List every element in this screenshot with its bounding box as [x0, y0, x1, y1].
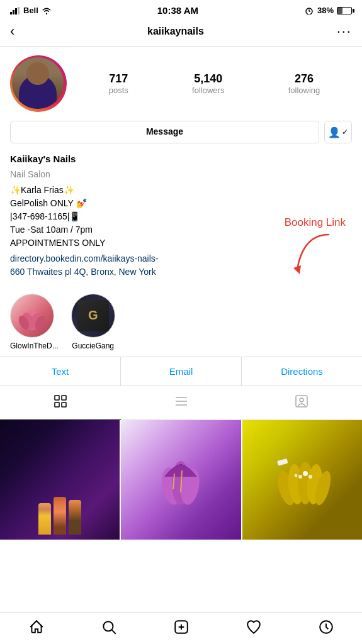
stat-following: 276 following — [288, 72, 320, 95]
contact-tabs: Text Email Directions — [0, 357, 362, 386]
bio-line3: |347-698-1165|📱 — [10, 210, 352, 223]
followers-label: followers — [192, 86, 224, 95]
directions-tab[interactable]: Directions — [242, 357, 362, 386]
svg-rect-14 — [62, 396, 66, 400]
bio-line2: GelPolish ONLY 💅 — [10, 197, 352, 210]
stats-row: 717 posts 5,140 followers 276 following — [77, 72, 352, 95]
svg-line-38 — [111, 630, 115, 634]
bio-category: Nail Salon — [10, 168, 352, 181]
gucci-icon: G — [77, 300, 109, 331]
follow-button[interactable]: 👤 ✓ — [324, 121, 352, 143]
view-tabs — [0, 386, 362, 420]
status-carrier: Bell — [10, 6, 52, 15]
svg-rect-0 — [10, 12, 12, 14]
nav-home[interactable] — [0, 619, 72, 635]
text-tab[interactable]: Text — [0, 357, 121, 386]
bottom-nav — [0, 612, 362, 644]
svg-rect-2 — [15, 8, 17, 14]
highlight-glowinthed[interactable]: GlowInTheD... — [10, 294, 59, 350]
email-tab[interactable]: Email — [121, 357, 242, 386]
bio-link[interactable]: directory.bookedin.com/kaiikays-nails- — [10, 252, 352, 265]
highlights: GlowInTheD... G GuccieGang — [0, 285, 362, 357]
bio-address[interactable]: 660 Thwaites pl 4Q, Bronx, New York — [10, 265, 352, 279]
stat-followers: 5,140 followers — [192, 72, 224, 95]
svg-rect-13 — [55, 396, 59, 400]
svg-rect-15 — [55, 402, 59, 407]
svg-rect-1 — [13, 10, 14, 14]
signal-icon — [10, 7, 20, 14]
message-button[interactable]: Message — [10, 121, 319, 143]
avatar-ring[interactable] — [10, 55, 67, 112]
bio-name: Kaiikay's Nails — [10, 152, 352, 167]
highlight-glowinthed-circle — [10, 294, 54, 338]
grid-view-tab[interactable] — [0, 386, 121, 419]
wifi-icon — [42, 7, 52, 14]
nav-clock[interactable] — [290, 619, 362, 635]
stat-posts: 717 posts — [109, 72, 128, 95]
action-buttons: Message 👤 ✓ — [10, 121, 352, 143]
battery-text: 38% — [317, 6, 334, 15]
purple-nail-art — [156, 452, 206, 508]
yellow-nail-art — [274, 452, 331, 508]
svg-point-21 — [300, 398, 303, 402]
svg-rect-16 — [62, 402, 66, 407]
highlight-glowinthed-label: GlowInTheD... — [10, 341, 59, 350]
svg-point-35 — [294, 474, 297, 477]
status-battery-area: 38% — [304, 6, 352, 15]
more-button[interactable]: ··· — [337, 23, 352, 40]
avatar — [12, 57, 64, 109]
photo-grid — [0, 420, 362, 540]
nav-heart[interactable] — [217, 619, 290, 635]
bio: Kaiikay's Nails Nail Salon ✨Karla Frias✨… — [10, 152, 352, 279]
svg-point-33 — [298, 475, 302, 479]
alarm-icon — [304, 7, 314, 14]
bio-line1: ✨Karla Frias✨ — [10, 184, 352, 197]
clock-icon — [318, 619, 334, 635]
add-icon — [173, 619, 189, 635]
posts-label: posts — [109, 86, 128, 95]
following-count: 276 — [288, 72, 320, 86]
list-icon — [174, 394, 189, 409]
list-view-tab[interactable] — [121, 386, 242, 419]
profile-section: 717 posts 5,140 followers 276 following … — [0, 47, 362, 285]
back-button[interactable]: ‹ — [10, 23, 14, 40]
home-icon — [28, 619, 45, 635]
tagged-view-tab[interactable] — [241, 386, 362, 419]
nav-search[interactable] — [72, 619, 145, 635]
photo-cell-2[interactable] — [121, 420, 240, 540]
heart-icon — [246, 619, 262, 635]
svg-point-34 — [308, 475, 312, 479]
grid-icon — [53, 394, 68, 409]
svg-rect-20 — [296, 396, 307, 407]
person-icon: 👤 — [328, 126, 341, 138]
battery-icon — [337, 7, 352, 14]
photo-cell-1[interactable] — [0, 420, 120, 540]
highlight-gucciegang-circle: G — [71, 294, 115, 338]
search-icon — [101, 619, 117, 635]
posts-count: 717 — [109, 72, 128, 86]
svg-point-32 — [303, 471, 308, 476]
nail-art-icon — [16, 300, 48, 331]
status-time: 10:38 AM — [157, 5, 198, 16]
following-label: following — [288, 86, 320, 95]
followers-count: 5,140 — [192, 72, 224, 86]
profile-username: kaiikaynails — [147, 26, 204, 37]
bio-line4: Tue -Sat 10am / 7pm — [10, 223, 352, 236]
check-icon: ✓ — [342, 128, 348, 136]
profile-top: 717 posts 5,140 followers 276 following — [10, 55, 352, 112]
status-bar: Bell 10:38 AM 38% — [0, 0, 362, 18]
bio-line5: APPOINTMENTS ONLY — [10, 236, 352, 250]
nav-bar: ‹ kaiikaynails ··· — [0, 18, 362, 47]
nav-add[interactable] — [145, 619, 217, 635]
highlight-gucciegang-label: GuccieGang — [71, 341, 115, 350]
highlight-gucciegang[interactable]: G GuccieGang — [71, 294, 115, 350]
tagged-icon — [294, 394, 309, 409]
svg-point-37 — [103, 621, 113, 631]
photo-cell-3[interactable] — [242, 420, 362, 540]
svg-rect-3 — [18, 7, 20, 14]
svg-rect-36 — [277, 458, 288, 466]
